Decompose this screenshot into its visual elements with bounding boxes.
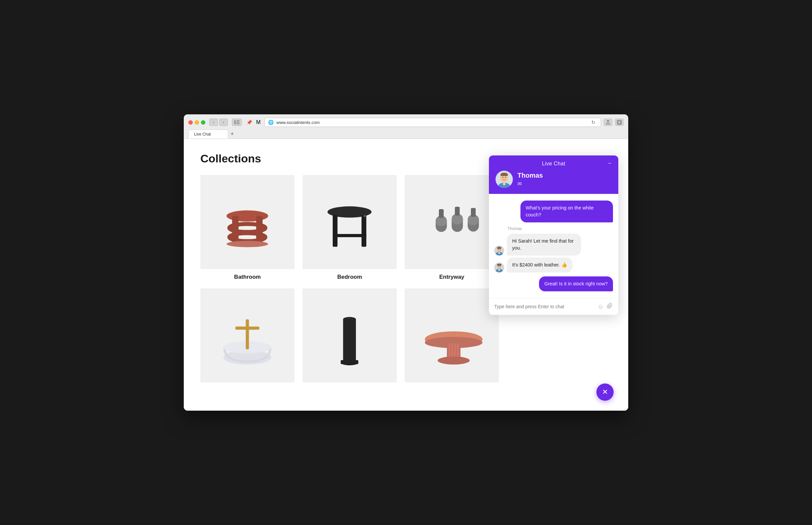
svg-rect-28 (246, 319, 249, 350)
close-icon: ✕ (602, 388, 608, 396)
agent-details: Thomas ✉ (518, 172, 543, 187)
svg-point-41 (438, 357, 470, 364)
svg-rect-44 (503, 183, 506, 185)
svg-rect-3 (236, 123, 240, 124)
emoji-icon[interactable]: ☺ (598, 303, 604, 310)
forward-button[interactable]: › (219, 119, 228, 126)
traffic-lights (188, 120, 205, 125)
globe-icon: 🌐 (268, 120, 274, 125)
message-text: Great! Is it in stock right now? (544, 281, 608, 286)
collection-image-bedroom (303, 175, 397, 269)
browser-window: ‹ › 📌 M 🌐 www.social (184, 114, 628, 411)
user-message-2: Great! Is it in stock right now? (539, 276, 613, 291)
new-tab-button[interactable] (615, 119, 624, 126)
collection-image-6 (405, 288, 499, 382)
collections-grid: Bathroom Bedr (200, 175, 499, 387)
svg-rect-16 (333, 234, 366, 237)
nav-buttons: ‹ › (209, 119, 228, 126)
sidebar-toggle[interactable] (232, 119, 242, 126)
browser-chrome: ‹ › 📌 M 🌐 www.social (184, 114, 628, 139)
minimize-traffic-light[interactable] (195, 120, 199, 125)
agent-label: Thomas (508, 226, 590, 231)
collection-item-entryway[interactable]: Entryway (405, 175, 499, 280)
user-message-1: What's your pricing on the white couch? (520, 200, 613, 222)
agent-msg-avatar-1 (494, 245, 504, 256)
pin-icon[interactable]: 📌 (246, 119, 252, 125)
svg-point-63 (497, 264, 502, 266)
chat-input[interactable] (494, 304, 594, 309)
agent-message-row-2: It's $2400 with leather. 👍 (494, 257, 590, 272)
svg-rect-2 (236, 122, 240, 123)
svg-point-62 (500, 266, 501, 267)
collection-image-entryway (405, 175, 499, 269)
url-text: www.socialintents.com (276, 120, 587, 125)
svg-rect-5 (618, 121, 621, 124)
svg-point-56 (497, 247, 502, 249)
agent-avatar (495, 171, 513, 188)
message-text: It's $2400 with leather. 👍 (512, 262, 567, 268)
browser-action-icons (604, 119, 624, 126)
fullscreen-traffic-light[interactable] (201, 120, 205, 125)
address-bar[interactable]: 🌐 www.socialintents.com ↻ (264, 118, 601, 127)
chat-messages: What's your pricing on the white couch? … (489, 194, 618, 298)
collection-label-entryway: Entryway (439, 274, 464, 280)
agent-msg-avatar-2 (494, 262, 504, 272)
address-bar-row: 📌 M 🌐 www.socialintents.com ↻ (246, 118, 624, 127)
agent-email-icon: ✉ (518, 181, 543, 187)
svg-rect-25 (471, 208, 476, 217)
svg-rect-23 (439, 209, 444, 218)
page-content: Collections Ba (184, 139, 628, 411)
agent-message-group: Thomas (494, 226, 590, 272)
agent-message-row-1: Hi Sarah! Let me find that for you. (494, 234, 590, 256)
reload-button[interactable]: ↻ (590, 119, 597, 125)
tab-title: Live Chat (194, 132, 211, 137)
agent-info: Thomas ✉ (495, 171, 612, 188)
chat-minimize-button[interactable]: − (606, 160, 613, 167)
svg-rect-14 (362, 215, 366, 247)
share-button[interactable] (604, 119, 612, 126)
close-traffic-light[interactable] (188, 120, 193, 125)
svg-point-55 (500, 249, 501, 250)
svg-rect-52 (498, 252, 500, 254)
svg-rect-59 (498, 269, 500, 271)
svg-rect-0 (234, 120, 236, 124)
svg-point-46 (503, 177, 504, 178)
agent-message-1: Hi Sarah! Let me find that for you. (507, 234, 581, 256)
collection-label-bedroom: Bedroom (337, 274, 362, 280)
active-tab[interactable]: Live Chat (188, 130, 228, 138)
attach-icon[interactable] (607, 303, 613, 310)
collection-item-bedroom[interactable]: Bedroom (303, 175, 397, 280)
bookmark-icon[interactable]: M (255, 119, 262, 125)
svg-point-54 (498, 249, 498, 250)
collection-image-5 (303, 288, 397, 382)
new-tab-button[interactable]: + (228, 130, 236, 138)
collection-label-bathroom: Bathroom (234, 274, 261, 280)
svg-rect-49 (501, 174, 508, 176)
tab-bar: Live Chat + (188, 130, 624, 138)
chat-close-button[interactable]: ✕ (596, 384, 614, 401)
svg-rect-33 (340, 360, 358, 364)
svg-rect-29 (235, 327, 259, 330)
collection-item-5[interactable] (303, 288, 397, 387)
chat-input-icons: ☺ (598, 303, 613, 310)
collection-item-bathroom[interactable]: Bathroom (200, 175, 294, 280)
chat-header: Live Chat − (489, 155, 618, 194)
collection-item-4[interactable] (200, 288, 294, 387)
svg-rect-13 (333, 215, 337, 247)
message-text: Hi Sarah! Let me find that for you. (512, 238, 574, 251)
chat-header-title: Live Chat (495, 161, 612, 167)
agent-name: Thomas (518, 172, 543, 179)
svg-rect-1 (236, 120, 240, 121)
collection-image-4 (200, 288, 294, 382)
collection-item-6[interactable] (405, 288, 499, 387)
back-button[interactable]: ‹ (209, 119, 218, 126)
svg-point-11 (227, 241, 269, 247)
svg-point-15 (364, 215, 366, 217)
chat-widget: Live Chat − (489, 155, 618, 315)
svg-rect-31 (343, 319, 356, 362)
svg-point-47 (505, 177, 506, 178)
chat-input-area: ☺ (489, 298, 618, 315)
message-text: What's your pricing on the white couch? (526, 205, 594, 217)
collection-image-bathroom (200, 175, 294, 269)
svg-point-61 (498, 266, 498, 267)
